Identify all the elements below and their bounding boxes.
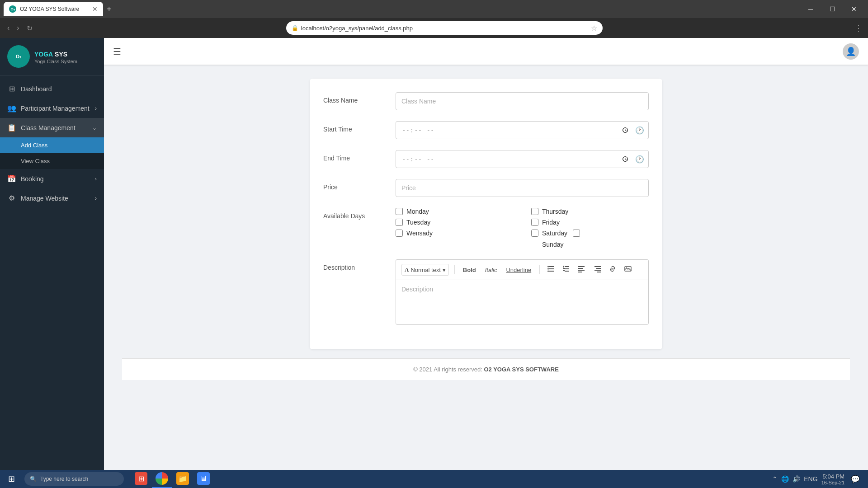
start-time-control: 🕐 — [396, 121, 649, 139]
taskbar-apps: ⊞ 📁 🖥 — [131, 470, 213, 488]
browser-menu-button[interactable]: ⋮ — [854, 23, 863, 33]
sidebar-item-view-class[interactable]: View Class — [0, 153, 104, 169]
back-button[interactable]: ‹ — [5, 22, 11, 34]
clock-date: 16-Sep-21 — [821, 480, 844, 485]
maximize-button[interactable]: ☐ — [822, 0, 843, 18]
wednesday-label: Wensady — [406, 230, 433, 237]
logo-brand: YOGA SYS — [34, 49, 77, 59]
window-controls: ─ ☐ ✕ — [800, 0, 864, 18]
description-row: Description A Normal text ▾ Bold Italic … — [323, 259, 649, 325]
form-container: Class Name Start Time 🕐 — [310, 79, 662, 349]
description-editor[interactable]: Description — [396, 280, 649, 325]
tab-close-button[interactable]: ✕ — [92, 5, 98, 13]
start-time-wrapper: 🕐 — [396, 121, 649, 139]
close-button[interactable]: ✕ — [844, 0, 864, 18]
tuesday-checkbox-label: Tuesday — [396, 219, 513, 226]
search-placeholder: Type here to search — [40, 476, 88, 482]
footer-brand: O2 YOGA SYS SOFTWARE — [484, 366, 558, 373]
dashboard-label: Dashboard — [21, 85, 52, 93]
tuesday-checkbox[interactable] — [396, 219, 403, 226]
tray-icons: ⌃ 🌐 🔊 ENG — [772, 475, 817, 483]
bold-button[interactable]: Bold — [460, 265, 479, 275]
hamburger-menu-button[interactable]: ☰ — [113, 46, 121, 57]
class-name-label: Class Name — [323, 92, 387, 104]
saturday-checkbox[interactable] — [531, 230, 538, 237]
sidebar-item-add-class[interactable]: Add Class — [0, 137, 104, 153]
blue-app-icon: 🖥 — [197, 472, 210, 485]
wednesday-checkbox-label: Wensady — [396, 230, 513, 237]
list-ordered-button[interactable] — [561, 263, 572, 276]
taskbar-app-folder[interactable]: 📁 — [173, 470, 193, 488]
clock-time: 5:04 PM — [821, 473, 844, 480]
start-time-row: Start Time 🕐 — [323, 121, 649, 139]
tab-title: O2 YOGA SYS Software — [20, 6, 79, 12]
svg-point-5 — [547, 271, 549, 272]
thursday-checkbox[interactable] — [531, 208, 538, 215]
sidebar-item-class-management[interactable]: 📋 Class Management ⌄ — [0, 118, 104, 137]
active-tab[interactable]: O₂ O2 YOGA SYS Software ✕ — [4, 2, 103, 16]
participant-label: Participant Management — [21, 105, 90, 112]
sidebar-item-booking[interactable]: 📅 Booking › — [0, 169, 104, 188]
new-tab-button[interactable]: + — [107, 5, 112, 14]
wednesday-checkbox[interactable] — [396, 230, 403, 237]
network-icon: 🌐 — [781, 475, 789, 483]
app-layout: O₂ YOGA SYS Yoga Class System ⊞ Dashboar… — [0, 38, 868, 470]
bookmark-button[interactable]: ☆ — [591, 24, 597, 33]
chevron-right-icon-3: › — [95, 195, 97, 202]
price-label: Price — [323, 179, 387, 191]
sidebar-item-participant[interactable]: 👥 Participant Management › — [0, 99, 104, 118]
taskbar-app-chrome[interactable] — [152, 470, 172, 488]
format-icon: A — [405, 266, 409, 273]
sidebar-nav: ⊞ Dashboard 👥 Participant Management › 📋… — [0, 75, 104, 470]
taskbar-app-apps[interactable]: ⊞ — [131, 470, 151, 488]
align-right-button[interactable] — [591, 263, 603, 276]
sidebar-item-manage-website[interactable]: ⚙ Manage Website › — [0, 188, 104, 208]
forward-button[interactable]: › — [15, 22, 21, 34]
sidebar-item-dashboard[interactable]: ⊞ Dashboard — [0, 79, 104, 99]
browser-chrome: O₂ O2 YOGA SYS Software ✕ + ─ ☐ ✕ ‹ › ↻ … — [0, 0, 868, 38]
end-time-input[interactable] — [396, 150, 649, 168]
participant-icon: 👥 — [7, 104, 16, 113]
time-display: 5:04 PM 16-Sep-21 — [821, 473, 844, 485]
tray-expand-icon[interactable]: ⌃ — [772, 475, 778, 483]
start-button[interactable]: ⊞ — [0, 470, 23, 488]
align-left-button[interactable] — [576, 263, 588, 276]
list-unordered-button[interactable] — [545, 263, 557, 276]
sidebar-logo: O₂ YOGA SYS Yoga Class System — [0, 38, 104, 75]
taskbar-search[interactable]: 🔍 Type here to search — [24, 472, 124, 486]
image-button[interactable] — [622, 263, 634, 276]
svg-rect-7 — [565, 268, 569, 269]
footer-text: © 2021 All rights reserved: — [413, 366, 482, 373]
add-class-label: Add Class — [21, 142, 47, 149]
toolbar-divider-2 — [539, 265, 540, 274]
reload-button[interactable]: ↻ — [25, 22, 34, 34]
price-control — [396, 179, 649, 197]
price-input[interactable] — [396, 179, 649, 197]
monday-checkbox[interactable] — [396, 208, 403, 215]
minimize-button[interactable]: ─ — [800, 0, 821, 18]
class-name-row: Class Name — [323, 92, 649, 110]
chrome-icon — [156, 472, 168, 485]
class-icon: 📋 — [7, 123, 16, 132]
user-avatar[interactable]: 👤 — [843, 43, 859, 60]
svg-rect-6 — [565, 266, 569, 267]
booking-icon: 📅 — [7, 174, 16, 183]
volume-icon: 🔊 — [793, 475, 800, 483]
tuesday-label: Tuesday — [406, 219, 430, 226]
notification-button[interactable]: 💬 — [848, 470, 863, 488]
link-button[interactable] — [607, 263, 618, 276]
italic-button[interactable]: Italic — [482, 265, 500, 275]
class-name-input[interactable] — [396, 92, 649, 110]
underline-button[interactable]: Underline — [503, 265, 534, 275]
address-input[interactable]: 🔒 localhost/o2yoga_sys/panel/add_class.p… — [286, 21, 603, 35]
start-time-input[interactable] — [396, 121, 649, 139]
dashboard-icon: ⊞ — [7, 84, 16, 93]
format-select[interactable]: A Normal text ▾ — [401, 264, 449, 276]
taskbar-app-blue[interactable]: 🖥 — [193, 470, 213, 488]
friday-checkbox[interactable] — [531, 219, 538, 226]
svg-rect-19 — [597, 272, 601, 272]
svg-point-21 — [626, 267, 627, 268]
sunday-checkbox-inline[interactable] — [573, 230, 580, 237]
thursday-checkbox-label: Thursday — [531, 208, 649, 215]
toolbar-divider-1 — [454, 265, 455, 274]
